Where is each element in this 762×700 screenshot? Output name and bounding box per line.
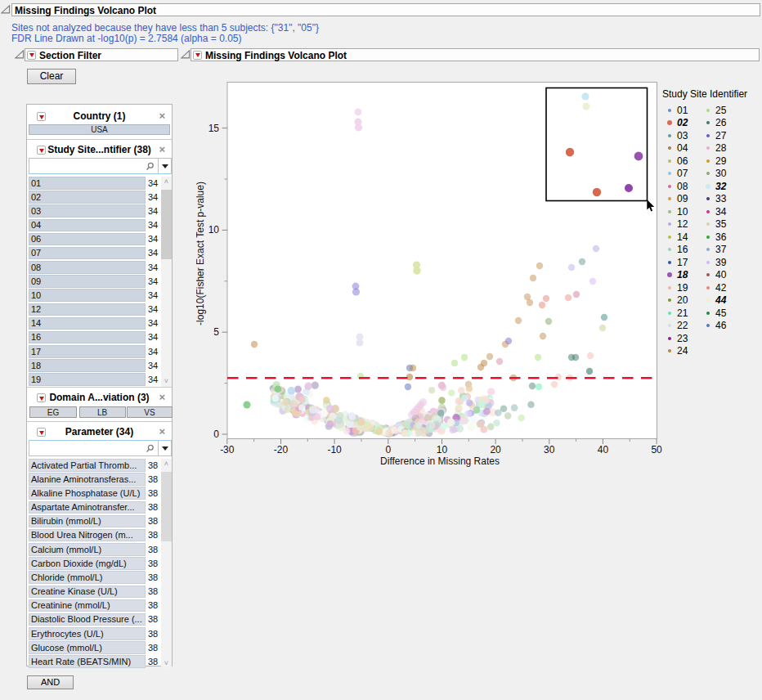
svg-text:-10: -10 <box>327 444 342 455</box>
svg-text:5: 5 <box>213 326 219 338</box>
svg-text:40: 40 <box>598 444 609 455</box>
svg-text:-log10(Fisher Exact Test p-val: -log10(Fisher Exact Test p-value) <box>196 182 206 325</box>
svg-text:30: 30 <box>544 444 555 455</box>
svg-text:15: 15 <box>208 123 220 134</box>
svg-text:0: 0 <box>385 444 391 455</box>
svg-text:10: 10 <box>208 224 220 236</box>
svg-text:20: 20 <box>490 444 501 455</box>
svg-text:Difference in Missing Rates: Difference in Missing Rates <box>380 455 500 467</box>
svg-text:0: 0 <box>213 429 219 440</box>
svg-text:50: 50 <box>651 444 662 455</box>
svg-text:-20: -20 <box>274 444 289 455</box>
svg-text:-30: -30 <box>220 444 235 455</box>
svg-text:10: 10 <box>437 444 448 455</box>
